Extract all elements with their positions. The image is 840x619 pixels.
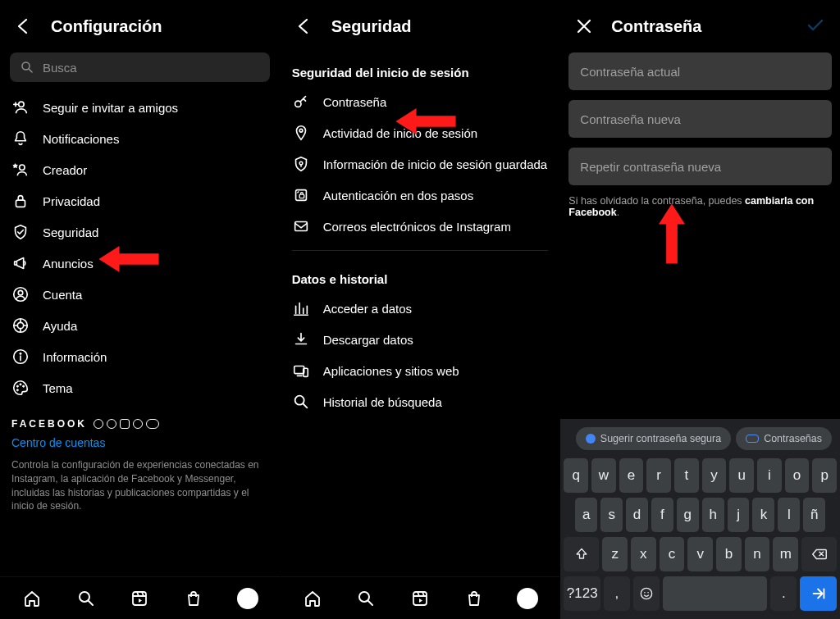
new-password-field[interactable]: Contraseña nueva [568,100,832,138]
keyhole-icon [292,155,310,173]
key-c[interactable]: c [660,537,685,571]
key-numeric[interactable]: ?123 [564,576,600,611]
menu-item-label: Correos electrónicos de Instagram [323,220,511,234]
page-title: Contraseña [611,17,701,36]
data-item-devices[interactable]: Aplicaciones y sitios web [289,355,552,386]
key-r[interactable]: r [646,458,671,493]
menu-item-label: Seguridad [43,225,98,239]
search-input[interactable]: Busca [10,52,270,82]
data-item-download[interactable]: Descargar datos [289,324,552,355]
forgot-password-text: Si has olvidado la contraseña, puedes ca… [568,195,832,218]
nav-home-icon[interactable] [21,588,43,609]
suggest-secure-password-chip[interactable]: Sugerir contraseña segura [576,427,731,450]
config-item-add-user[interactable]: Seguir e invitar a amigos [8,92,272,123]
back-icon[interactable] [13,16,34,37]
key-h[interactable]: h [702,498,724,532]
shield-icon [11,223,30,241]
key-o[interactable]: o [785,458,810,493]
security-item-mail[interactable]: Correos electrónicos de Instagram [289,211,552,242]
key-.[interactable]: . [770,576,797,611]
config-item-megaphone[interactable]: Anuncios [8,248,272,279]
nav-reels-icon[interactable] [409,588,431,609]
nav-search-icon[interactable] [355,588,377,609]
key-v[interactable]: v [687,537,713,571]
key-j[interactable]: j [728,498,750,532]
config-item-star-user[interactable]: Creador [8,154,272,185]
menu-item-label: Cuenta [43,288,82,302]
key-p[interactable]: p [812,458,837,493]
security-item-keyhole[interactable]: Información de inicio de sesión guardada [289,148,552,180]
key-q[interactable]: q [564,458,588,493]
config-item-lock[interactable]: Privacidad [8,185,272,216]
menu-item-label: Información [43,350,107,364]
key-shift[interactable] [564,537,599,571]
chart-icon [292,299,310,317]
nav-home-icon[interactable] [302,588,323,609]
key-g[interactable]: g [677,498,699,532]
current-password-field[interactable]: Contraseña actual [568,52,832,90]
search-placeholder: Busca [43,61,77,75]
lock-icon [11,192,30,210]
data-item-search[interactable]: Historial de búsqueda [289,386,552,417]
key-x[interactable]: x [631,537,656,571]
key-w[interactable]: w [591,458,616,493]
key-m[interactable]: m [773,537,798,571]
key-,[interactable]: , [604,576,630,611]
security-item-shield-lock[interactable]: Autenticación en dos pasos [289,180,552,211]
security-item-key[interactable]: Contraseña [289,86,552,117]
config-item-info[interactable]: Información [8,341,272,372]
close-icon[interactable] [573,16,595,37]
data-item-chart[interactable]: Acceder a datos [289,293,552,324]
config-item-account[interactable]: Cuenta [8,279,272,310]
key-i[interactable]: i [757,458,782,493]
repeat-password-field[interactable]: Repetir contraseña nueva [568,148,832,185]
key-icon [746,435,759,443]
add-user-icon [11,98,30,116]
nav-profile-avatar[interactable] [237,588,258,609]
devices-icon [292,362,310,380]
nav-profile-avatar[interactable] [517,588,538,609]
key-s[interactable]: s [600,498,623,532]
config-item-bell[interactable]: Notificaciones [8,123,272,154]
key-b[interactable]: b [716,537,742,571]
config-item-palette[interactable]: Tema [8,372,272,403]
section-data-history: Datos e historial [289,259,552,293]
key-enter[interactable] [800,576,837,611]
key-e[interactable]: e [619,458,644,493]
key-u[interactable]: u [729,458,754,493]
key-f[interactable]: f [651,498,673,532]
security-item-pin[interactable]: Actividad de inicio de sesión [289,117,552,148]
key-z[interactable]: z [602,537,628,571]
palette-icon [11,379,30,397]
bottom-nav [0,576,280,619]
config-item-shield[interactable]: Seguridad [8,216,272,248]
nav-shop-icon[interactable] [463,588,485,609]
panel-security: Seguridad Seguridad del inicio de sesión… [280,0,560,619]
section-login-security: Seguridad del inicio de sesión [289,52,552,86]
shield-lock-icon [292,186,310,204]
key-k[interactable]: k [752,498,774,532]
menu-item-label: Historial de búsqueda [323,395,442,409]
key-y[interactable]: y [702,458,727,493]
key-d[interactable]: d [626,498,648,532]
confirm-check-icon[interactable] [806,16,827,37]
key-ñ[interactable]: ñ [803,498,825,532]
menu-item-label: Seguir e invitar a amigos [43,101,178,115]
accounts-center-link[interactable]: Centro de cuentas [11,436,105,449]
key-n[interactable]: n [745,537,770,571]
nav-search-icon[interactable] [75,588,97,609]
menu-item-label: Notificaciones [43,132,119,146]
bell-icon [11,130,30,148]
nav-reels-icon[interactable] [129,588,150,609]
config-item-lifebuoy[interactable]: Ayuda [8,310,272,341]
key-t[interactable]: t [674,458,699,493]
back-icon[interactable] [294,16,315,37]
key-space[interactable] [663,576,768,611]
passwords-chip[interactable]: Contraseñas [736,427,832,450]
nav-shop-icon[interactable] [183,588,204,609]
key-a[interactable]: a [575,498,597,532]
key-l[interactable]: l [778,498,800,532]
download-icon [292,330,310,348]
key-emoji[interactable] [633,576,660,611]
key-backspace[interactable] [801,537,837,571]
